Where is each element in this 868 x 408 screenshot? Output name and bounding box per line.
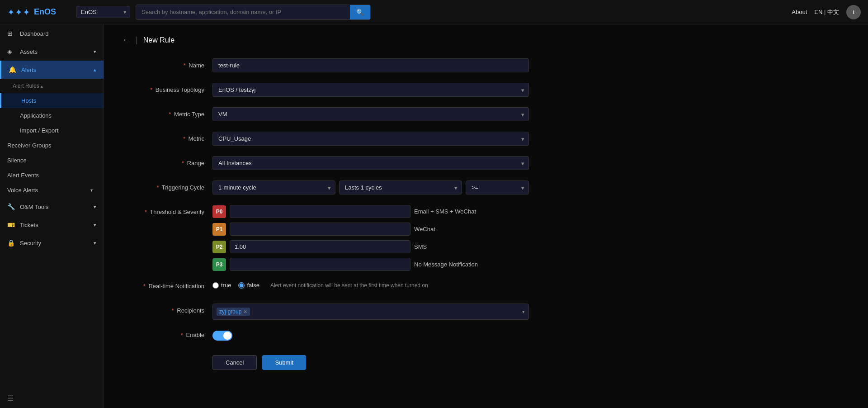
cancel-button[interactable]: Cancel — [212, 355, 257, 370]
sidebar-item-assets[interactable]: ◈ Assets ▾ — [0, 43, 104, 61]
metric-field: CPU_Usage ▾ — [212, 132, 529, 146]
sidebar-label-dashboard: Dashboard — [20, 30, 49, 37]
threshold-row-p2: P2 SMS — [212, 240, 529, 253]
user-avatar[interactable]: t — [846, 5, 861, 19]
logo-icon: ✦✦✦ — [7, 7, 30, 18]
voice-alerts-label: Voice Alerts — [7, 187, 38, 194]
sidebar-item-alert-events[interactable]: Alert Events — [0, 168, 104, 183]
metric-select[interactable]: CPU_Usage — [212, 132, 529, 146]
back-button[interactable]: ← — [122, 35, 130, 45]
sidebar-item-security[interactable]: 🔒 Security ▾ — [0, 234, 104, 252]
topbar: ✦✦✦ EnOS EnOS ▾ 🔍 About EN | 中文 t — [0, 0, 868, 24]
radio-false-label: false — [247, 282, 259, 289]
metric-select-wrapper: CPU_Usage ▾ — [212, 132, 529, 146]
recipient-tag-close[interactable]: ✕ — [243, 309, 247, 315]
sidebar-item-alerts[interactable]: 🔔 Alerts ▴ — [0, 61, 104, 79]
sidebar-item-silence[interactable]: Silence — [0, 153, 104, 168]
range-label: * Range — [122, 156, 212, 166]
p0-badge: P0 — [212, 205, 226, 218]
realtime-hint: Alert event notification will be sent at… — [270, 282, 428, 289]
enable-toggle[interactable] — [212, 331, 232, 341]
sidebar: ⊞ Dashboard ◈ Assets ▾ 🔔 Alerts ▴ Alert … — [0, 24, 104, 408]
alert-rules-label: Alert Rules — [13, 83, 39, 89]
range-select[interactable]: All Instances — [212, 156, 529, 170]
name-input[interactable] — [212, 58, 529, 72]
threshold-label: * Threshold & Severity — [122, 205, 212, 215]
tickets-arrow: ▾ — [94, 222, 96, 228]
submit-button[interactable]: Submit — [262, 355, 306, 370]
sidebar-label-tickets: Tickets — [20, 222, 38, 228]
sidebar-item-hosts[interactable]: Hosts — [0, 93, 104, 108]
assets-icon: ◈ — [7, 48, 15, 55]
metric-label: * Metric — [122, 132, 212, 142]
radio-true-option[interactable]: true — [212, 282, 231, 289]
dashboard-icon: ⊞ — [7, 30, 15, 37]
sidebar-item-tickets[interactable]: 🎫 Tickets ▾ — [0, 216, 104, 234]
form-row-metric-type: * Metric Type VM ▾ — [122, 107, 529, 123]
lasts-select[interactable]: Lasts 1 cycles — [339, 180, 462, 195]
p1-input[interactable] — [230, 223, 410, 236]
form-row-recipients: * Recipients zyj-group ✕ ▾ — [122, 304, 529, 320]
sidebar-bottom-menu[interactable]: ☰ — [0, 389, 104, 408]
sidebar-label-alerts: Alerts — [21, 66, 36, 73]
p3-input[interactable] — [230, 258, 410, 271]
search-input[interactable] — [136, 5, 350, 19]
lang-switch[interactable]: EN | 中文 — [814, 8, 839, 16]
range-field: All Instances ▾ — [212, 156, 529, 170]
sidebar-alert-rules-header[interactable]: Alert Rules ▴ — [0, 79, 104, 93]
lang-zh[interactable]: 中文 — [827, 9, 839, 15]
sidebar-item-voice-alerts[interactable]: Voice Alerts ▾ — [0, 183, 104, 198]
hosts-label: Hosts — [21, 97, 36, 104]
lasts-select-wrapper: Lasts 1 cycles ▾ — [339, 180, 462, 195]
about-link[interactable]: About — [792, 9, 807, 15]
security-arrow: ▾ — [94, 240, 96, 246]
radio-false-option[interactable]: false — [238, 282, 259, 289]
form-row-threshold: * Threshold & Severity P0 Email + SMS + … — [122, 205, 529, 271]
applications-label: Applications — [20, 112, 52, 119]
p2-input[interactable] — [230, 240, 410, 253]
range-select-wrapper: All Instances ▾ — [212, 156, 529, 170]
env-selector[interactable]: EnOS — [76, 6, 130, 18]
metric-type-field: VM ▾ — [212, 107, 529, 121]
enable-field — [212, 328, 529, 341]
sidebar-item-applications[interactable]: Applications — [0, 108, 104, 123]
alerts-arrow: ▴ — [94, 67, 96, 73]
sidebar-item-receiver-groups[interactable]: Receiver Groups — [0, 138, 104, 153]
sidebar-label-om-tools: O&M Tools — [20, 204, 48, 210]
p3-badge: P3 — [212, 258, 226, 271]
recipients-arrow: ▾ — [522, 309, 525, 315]
p0-input[interactable] — [230, 205, 410, 218]
radio-true-input[interactable] — [212, 282, 219, 289]
recipient-tag: zyj-group ✕ — [217, 308, 250, 316]
radio-false-input[interactable] — [238, 282, 245, 289]
om-tools-icon: 🔧 — [7, 203, 15, 210]
form-row-realtime: * Real-time Notification true false Ale — [122, 279, 529, 295]
search-bar: 🔍 — [136, 5, 371, 20]
enable-label: * Enable — [122, 328, 212, 338]
cycle-select[interactable]: 1-minute cycle — [212, 180, 335, 195]
sidebar-item-dashboard[interactable]: ⊞ Dashboard — [0, 24, 104, 43]
topbar-right: About EN | 中文 t — [792, 5, 861, 19]
business-topology-field: EnOS / testzyj ▾ — [212, 83, 529, 97]
recipients-field[interactable]: zyj-group ✕ ▾ — [212, 304, 529, 320]
sidebar-item-om-tools[interactable]: 🔧 O&M Tools ▾ — [0, 198, 104, 216]
metric-type-select[interactable]: VM — [212, 107, 529, 121]
operator-select[interactable]: >= — [466, 180, 529, 195]
alerts-icon: 🔔 — [9, 66, 17, 73]
threshold-row-p3: P3 No Message Notification — [212, 258, 529, 271]
p0-notify: Email + SMS + WeChat — [414, 208, 495, 215]
recipients-label: * Recipients — [122, 304, 212, 314]
operator-select-wrapper: >= ▾ — [466, 180, 529, 195]
search-button[interactable]: 🔍 — [350, 5, 370, 19]
form-row-range: * Range All Instances ▾ — [122, 156, 529, 172]
page-divider: | — [136, 35, 138, 45]
form-row-metric: * Metric CPU_Usage ▾ — [122, 132, 529, 148]
logo-area: ✦✦✦ EnOS — [7, 7, 71, 18]
lang-en[interactable]: EN — [814, 9, 822, 15]
realtime-label: * Real-time Notification — [122, 279, 212, 289]
business-topology-select[interactable]: EnOS / testzyj — [212, 83, 529, 97]
sidebar-item-import-export[interactable]: Import / Export — [0, 123, 104, 138]
form-row-triggering-cycle: * Triggering Cycle 1-minute cycle ▾ — [122, 180, 529, 197]
assets-arrow: ▾ — [94, 49, 96, 55]
realtime-field: true false Alert event notification will… — [212, 279, 529, 289]
